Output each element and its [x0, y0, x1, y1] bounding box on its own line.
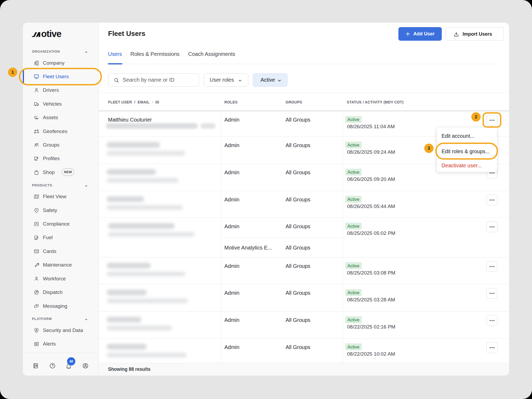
- svg-text:otive: otive: [41, 29, 61, 38]
